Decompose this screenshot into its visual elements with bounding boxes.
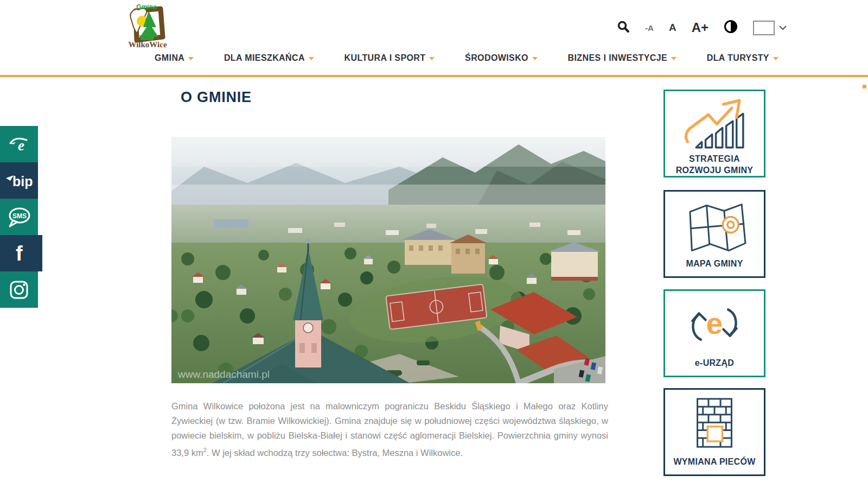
strategia-rozwoju-gminy-box[interactable]: STRATEGIA ROZWOJU GMINY <box>663 90 765 178</box>
quick-link-label: WYMIANA PIECÓW <box>673 456 755 467</box>
caret-down-icon <box>671 57 676 60</box>
caret-down-icon <box>188 57 194 60</box>
brick-stove-icon <box>679 395 750 451</box>
bip-link[interactable]: bip <box>0 162 38 199</box>
gmina-wilkowice-logo-icon: Gmina WilkoWice <box>120 3 175 50</box>
font-decrease-button[interactable]: -A <box>645 23 654 33</box>
svg-text:SMS: SMS <box>12 212 27 220</box>
wymiana-piecow-box[interactable]: WYMIANA PIECÓW <box>663 388 765 476</box>
instagram-icon <box>9 280 29 300</box>
caret-down-icon <box>773 57 778 60</box>
quick-link-label: ROZWOJU GMINY <box>676 164 754 176</box>
nav-item-kultura-i-sport[interactable]: KULTURA I SPORT <box>344 53 435 63</box>
chevron-down-icon <box>779 25 787 30</box>
contrast-toggle-icon[interactable] <box>724 20 738 36</box>
svg-text:e: e <box>18 137 24 154</box>
header: Gmina WilkoWice -A A A+ GMINA <box>0 0 868 75</box>
nav-item-dla-mieszkanca[interactable]: DLA MIESZKAŃCA <box>224 53 314 63</box>
svg-text:e: e <box>706 307 723 340</box>
font-normal-button[interactable]: A <box>669 22 676 34</box>
header-divider <box>0 75 868 77</box>
poland-flag-icon <box>753 21 775 35</box>
sms-link[interactable]: SMS <box>0 199 38 235</box>
scrollbar-accent <box>863 85 866 88</box>
font-increase-button[interactable]: A+ <box>692 20 709 35</box>
logo-bottom-text: WilkoWice <box>128 40 167 49</box>
nav-item-biznes-i-inwestycje[interactable]: BIZNES I INWESTYCJE <box>568 53 677 63</box>
site-logo[interactable]: Gmina WilkoWice <box>120 3 175 50</box>
nav-item-gmina[interactable]: GMINA <box>155 53 194 63</box>
svg-text:f: f <box>16 243 23 264</box>
e-office-arrows-icon: e <box>679 296 750 353</box>
logo-top-text: Gmina <box>136 3 157 11</box>
photo-watermark: www.naddachami.pl <box>177 369 270 380</box>
caret-down-icon <box>532 57 538 60</box>
quick-link-label: STRATEGIA <box>676 153 754 164</box>
nav-item-dla-turysty[interactable]: DLA TURYSTY <box>707 53 778 63</box>
mapa-gminy-box[interactable]: MAPA GMINY <box>663 190 765 278</box>
main-nav: GMINA DLA MIESZKAŃCA KULTURA I SPORT ŚRO… <box>155 53 778 63</box>
growth-chart-icon <box>679 97 750 151</box>
facebook-link[interactable]: f <box>0 235 42 271</box>
e-urzad-box[interactable]: e e-URZĄD <box>663 289 765 377</box>
nav-item-srodowisko[interactable]: ŚRODOWISKO <box>465 53 538 63</box>
social-sidebar: e bip SMS f <box>0 126 38 308</box>
epuap-link[interactable]: e <box>0 126 38 162</box>
page: Gmina WilkoWice -A A A+ GMINA <box>0 0 868 488</box>
sms-icon: SMS <box>6 206 32 229</box>
facebook-icon: f <box>15 243 28 264</box>
bip-icon: bip <box>5 172 33 190</box>
quick-link-label: MAPA GMINY <box>686 258 743 269</box>
header-tools: -A A A+ <box>617 20 787 36</box>
quick-link-label: e-URZĄD <box>695 357 734 369</box>
page-title: O GMINIE <box>181 89 252 106</box>
instagram-link[interactable] <box>0 271 38 308</box>
aerial-photo: www.naddachami.pl <box>171 137 605 383</box>
search-icon[interactable] <box>617 20 630 35</box>
caret-down-icon <box>309 57 314 60</box>
svg-text:bip: bip <box>12 174 33 189</box>
epuap-icon: e <box>7 134 31 155</box>
map-icon <box>679 197 750 252</box>
paragraph-text-after: . W jej skład wchodzą trzy sołectwa: Bys… <box>207 448 463 458</box>
about-paragraph: Gmina Wilkowice położona jest na malowni… <box>171 399 608 460</box>
language-selector[interactable] <box>753 21 787 35</box>
caret-down-icon <box>429 57 435 60</box>
